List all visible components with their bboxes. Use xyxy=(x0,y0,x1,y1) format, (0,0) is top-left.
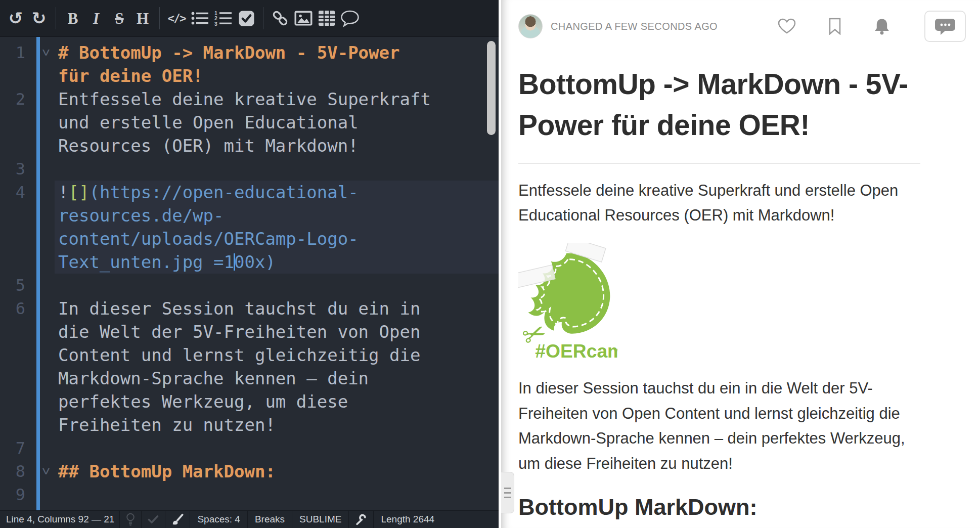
editor-gutter: 2 xyxy=(0,87,55,157)
fold-chevron-icon[interactable]: > xyxy=(43,460,50,483)
wrapped-segment: Text_unten.jpg =100x) xyxy=(58,250,499,274)
editor-gutter: 9 xyxy=(0,483,55,506)
editor-line[interactable]: 5 xyxy=(0,274,499,297)
preview-actions xyxy=(778,11,966,42)
code-token: [] xyxy=(68,182,89,202)
wrapped-segment: Freiheiten zu nutzen! xyxy=(58,413,499,436)
bold-button[interactable]: B xyxy=(61,6,84,31)
code-token: ## BottomUp MarkDown: xyxy=(58,461,276,481)
image-button[interactable] xyxy=(292,6,315,31)
fold-chevron-icon[interactable]: > xyxy=(43,41,50,64)
wrapped-segment: # BottomUp -> MarkDown - 5V-Power xyxy=(58,41,499,64)
code-button[interactable]: </> xyxy=(165,6,188,31)
wrapped-segment: In dieser Session tauchst du ein in xyxy=(58,297,499,320)
subscribe-button[interactable] xyxy=(874,18,890,35)
bold-icon: B xyxy=(68,11,78,26)
code-token: **Verwahren & Vervielfältigen:** xyxy=(58,508,389,510)
like-button[interactable] xyxy=(778,18,796,34)
code-token: (https://open-educational- xyxy=(89,182,358,202)
lightbulb-icon xyxy=(126,513,135,526)
split-drag-handle[interactable] xyxy=(501,472,514,513)
title-divider xyxy=(518,163,920,164)
editor-line[interactable]: 9 xyxy=(0,483,499,506)
breaks-setting[interactable]: Breaks xyxy=(248,511,292,528)
italic-icon: I xyxy=(93,11,99,26)
code-editor[interactable]: 1># BottomUp -> MarkDown - 5V-Powerfür d… xyxy=(0,37,499,510)
line-text: Entfessele deine kreative Superkraftund … xyxy=(55,87,499,157)
editor-line[interactable]: 3 xyxy=(0,157,499,181)
code-token: ! xyxy=(58,182,68,202)
wrapped-segment xyxy=(58,157,499,181)
editor-line[interactable]: 10**Verwahren & Vervielfältigen:** xyxy=(0,506,499,510)
link-icon xyxy=(271,9,289,27)
line-text: ## BottomUp MarkDown: xyxy=(55,460,499,483)
author-avatar[interactable] xyxy=(518,14,543,38)
code-token: perfektes Werkzeug, um diese xyxy=(58,391,348,412)
code-token: Content und lernst gleichzeitig die xyxy=(58,345,420,365)
spellcheck-button[interactable] xyxy=(142,511,165,528)
strikethrough-button[interactable]: S xyxy=(108,6,131,31)
line-number: 9 xyxy=(0,483,25,506)
check-icon xyxy=(148,515,159,524)
editor-line[interactable]: 2Entfessele deine kreative Superkraftund… xyxy=(0,87,499,157)
lightbulb-button[interactable] xyxy=(120,511,142,528)
preferences-button[interactable] xyxy=(349,511,374,528)
editor-gutter: 5 xyxy=(0,274,55,297)
document-title: BottomUp -> MarkDown - 5V-Power für dein… xyxy=(518,64,920,146)
checklist-icon xyxy=(239,11,254,26)
keymap-setting[interactable]: SUBLIME xyxy=(292,511,349,528)
comment-icon xyxy=(340,9,360,27)
editor-line[interactable]: 7 xyxy=(0,436,499,460)
toolbar-separator xyxy=(159,7,160,29)
bookmark-icon xyxy=(828,18,841,35)
wrapped-segment: ![](https://open-educational- xyxy=(58,181,499,204)
editor-line[interactable]: 4![](https://open-educational-resources.… xyxy=(0,181,499,274)
wrapped-segment: content/uploads/OERCamp-Logo- xyxy=(58,227,499,250)
redo-button[interactable]: ↻ xyxy=(27,6,51,31)
wrapped-segment: ## BottomUp MarkDown: xyxy=(58,460,499,483)
heading-icon: H xyxy=(137,11,149,26)
active-line-text: ![](https://open-educational-resources.d… xyxy=(55,181,499,274)
editor-line[interactable]: 8>## BottomUp MarkDown: xyxy=(0,460,499,483)
spaces-setting[interactable]: Spaces: 4 xyxy=(190,511,248,528)
document-subheading: BottomUp MarkDown: xyxy=(518,491,920,523)
cursor-position: Line 4, Columns 92 — 21 xyxy=(0,511,120,528)
ordered-list-button[interactable]: 1 2 3 xyxy=(211,6,235,31)
open-comments-button[interactable] xyxy=(924,11,966,42)
wrapped-segment: die Welt der 5V-Freiheiten von Open xyxy=(58,320,499,343)
table-button[interactable] xyxy=(315,6,338,31)
editor-gutter: 7 xyxy=(0,436,55,460)
code-token: 00x) xyxy=(234,252,276,272)
editor-scrollbar[interactable] xyxy=(487,41,496,135)
line-number: 2 xyxy=(0,87,25,111)
undo-icon: ↺ xyxy=(9,10,23,27)
line-text xyxy=(55,274,499,297)
wrapped-segment: und erstelle Open Educational xyxy=(58,111,499,134)
comment-button[interactable] xyxy=(338,6,362,31)
image-icon xyxy=(294,11,313,26)
oercamp-hashtag: #OERcamp xyxy=(535,340,617,362)
drag-handle-bar xyxy=(504,492,511,494)
editor-gutter: 8> xyxy=(0,460,55,483)
line-number: 7 xyxy=(0,436,25,460)
code-token: und erstelle Open Educational xyxy=(58,112,359,133)
code-token: In dieser Session tauchst du ein in xyxy=(58,298,420,319)
unordered-list-button[interactable] xyxy=(188,6,211,31)
redo-icon: ↻ xyxy=(32,10,47,27)
code-token: Freiheiten zu nutzen! xyxy=(58,415,276,435)
toolbar-separator xyxy=(56,7,56,29)
editor-line[interactable]: 6In dieser Session tauchst du ein indie … xyxy=(0,297,499,436)
italic-button[interactable]: I xyxy=(84,6,108,31)
theme-brush-button[interactable] xyxy=(165,511,190,528)
heading-button[interactable]: H xyxy=(131,6,154,31)
code-token: Entfessele deine kreative Superkraft xyxy=(58,89,431,109)
link-button[interactable] xyxy=(269,6,292,31)
editor-line[interactable]: 1># BottomUp -> MarkDown - 5V-Powerfür d… xyxy=(0,41,499,87)
line-number: 1 xyxy=(0,41,25,64)
wrapped-segment: perfektes Werkzeug, um diese xyxy=(58,390,499,413)
undo-button[interactable]: ↺ xyxy=(4,6,27,31)
bookmark-button[interactable] xyxy=(828,18,841,35)
checklist-button[interactable] xyxy=(235,6,258,31)
editor-gutter: 6 xyxy=(0,297,55,436)
hackmd-split-view: ↺ ↻ B I S H </> 1 2 3 xyxy=(0,0,980,528)
